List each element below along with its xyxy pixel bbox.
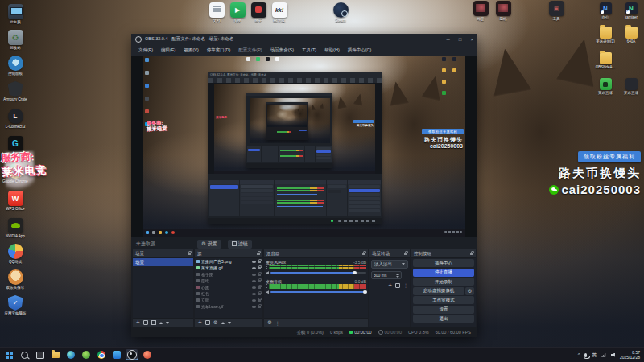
transitions-dock-header[interactable]: 场景转场 [369,249,410,258]
volume-slider[interactable] [270,272,366,274]
desktop-icon-recycle-bin[interactable]: ♻回收站 [2,30,29,50]
source-row[interactable]: 壁纸 [195,278,262,284]
source-row[interactable]: 格子图 [195,271,262,278]
maximize-button[interactable]: □ [459,37,462,42]
source-filters-button[interactable]: 滤镜 [228,240,252,249]
desktop-icon-folder-3[interactable]: OBSNdeA... [594,52,617,69]
visibility-eye-icon[interactable] [252,299,256,302]
remove-scene-button[interactable] [143,320,148,325]
scene-filters-button[interactable] [151,320,156,325]
speaker-icon[interactable] [266,290,269,294]
desktop-icon-control-panel[interactable]: 控制面板 [2,56,29,76]
visibility-eye-icon[interactable] [252,267,256,269]
start-button[interactable] [3,349,15,360]
source-row[interactable]: 莱米直播.gif [195,265,262,271]
move-source-down-button[interactable] [228,322,231,324]
source-row[interactable]: 立牌 [195,297,262,303]
minimize-button[interactable]: ─ [447,37,450,42]
plugin-center-button[interactable]: 插件中心 [413,259,474,267]
lock-icon[interactable] [258,274,261,276]
exit-button[interactable]: 退出 [413,315,474,323]
desktop-icon-pc-manager[interactable]: ✓应用宝电脑版 [2,295,29,315]
desktop-icon-armoury-crate[interactable]: Armoury Crate [2,81,29,101]
virtual-camera-settings-button[interactable]: ⚙ [465,287,474,295]
desktop-icon-folder-2[interactable]: 640A [620,27,642,43]
source-row[interactable]: 红包 [195,290,262,297]
microphone-icon[interactable] [584,353,587,357]
source-row[interactable]: 直播间广告5.png [195,258,262,265]
visibility-eye-icon[interactable] [252,286,256,289]
add-source-button[interactable]: + [198,320,202,325]
chrome-button[interactable] [95,349,107,360]
visibility-eye-icon[interactable] [252,261,256,263]
menu-plugin-center[interactable]: 插件中心(C) [344,47,376,53]
start-recording-button[interactable]: 开始录制 [413,278,474,286]
source-settings-button[interactable]: ⚙设置 [197,240,221,249]
menu-file[interactable]: 文件(F) [134,47,157,53]
blue-app-button[interactable] [110,349,122,360]
remove-transition-button[interactable] [395,283,400,288]
slider-knob[interactable] [353,271,356,274]
visibility-eye-icon[interactable] [252,274,256,276]
menu-profile[interactable]: 配置文件(P) [234,47,266,53]
taskbar-search-button[interactable] [19,349,31,360]
visibility-eye-icon[interactable] [252,293,256,295]
desktop-icon-qq-game[interactable]: QQ游戏 [2,244,29,264]
network-icon[interactable] [601,353,606,357]
tray-expand-icon[interactable]: ^ [578,352,580,357]
transition-select[interactable]: 淡入淡出 [371,260,408,269]
move-scene-down-button[interactable] [166,322,169,324]
volume-slider[interactable] [270,291,366,293]
menu-help[interactable]: 帮助(H) [320,47,344,53]
green-app-button[interactable] [80,349,92,360]
add-transition-button[interactable]: + [388,283,392,288]
desktop-icon-tool[interactable]: ▣工具 [543,1,570,21]
drag-handle-icon[interactable] [266,284,267,289]
input-language[interactable]: 英 [592,352,597,358]
menu-view[interactable]: 视图(V) [180,47,202,53]
desktop-icon-folder-1[interactable]: 莱米录制(1) [594,27,617,43]
taskbar-clock[interactable]: 8:57 2025/12/28 [620,350,640,360]
desktop-icon-wallpaper-app[interactable]: 壁纸 [489,1,517,21]
scenes-dock-header[interactable]: 场景 [133,249,193,258]
lock-icon[interactable] [258,261,261,263]
desktop-icon-avatar-shop[interactable]: 欢乐头像店 [2,269,29,290]
menu-edit[interactable]: 编辑(E) [157,47,180,53]
move-source-up-button[interactable] [221,322,225,324]
desktop-icon-l-connect[interactable]: LL-Connect 3 [2,109,29,129]
obs-preview[interactable]: 服务商: 莱米电竞 领取粉丝专属福利 路夫币换馒头 cai20250003 OB… [131,56,477,237]
volume-icon[interactable] [611,353,615,357]
desktop-icon-laimi-live-2[interactable]: 莱米直播 [620,78,642,95]
slider-knob[interactable] [363,290,366,294]
lock-icon[interactable] [258,293,261,295]
add-scene-button[interactable]: + [136,320,140,325]
desktop-icon-kk[interactable]: kk!kk!对战 [266,2,293,23]
mixer-menu-icon[interactable]: ⋮ [275,320,280,326]
red-app-button[interactable] [141,349,153,360]
desktop-icon-app-n2[interactable]: Nkamiaer [620,2,642,19]
menu-docks[interactable]: 停靠窗口(D) [203,47,235,53]
desktop-icon-app-n1[interactable]: N办公 [594,2,617,19]
desktop-icon-steam[interactable]: Steam [327,2,354,23]
file-explorer-button[interactable] [49,349,61,360]
settings-button[interactable]: 设置 [413,306,474,314]
visibility-eye-icon[interactable] [252,306,256,308]
speaker-icon[interactable] [266,271,269,274]
desktop-icon-laimi-live[interactable]: 莱米直播 [594,78,617,95]
visibility-eye-icon[interactable] [252,280,256,282]
source-row[interactable]: 心跳 [195,284,262,290]
studio-mode-button[interactable]: 工作室模式 [413,296,474,304]
transition-menu-icon[interactable]: ⋮ [403,282,408,288]
menu-scene-collection[interactable]: 场景集合(S) [266,47,298,53]
obs-titlebar[interactable]: OBS 32.0.4 - 配置文件: 未命名 - 场景: 未命名 ─ □ × [131,34,477,44]
obs-taskbar-button[interactable] [126,349,138,360]
drag-handle-icon[interactable] [266,265,267,269]
lock-icon[interactable] [258,299,261,302]
menu-tools[interactable]: 工具(T) [298,47,320,53]
source-properties-button[interactable]: ⚙ [213,320,218,325]
lock-icon[interactable] [258,280,261,282]
lock-icon[interactable] [258,267,261,269]
transition-duration-field[interactable]: 300 ms [371,271,402,279]
edge-button[interactable] [64,349,76,360]
task-view-button[interactable] [34,349,46,360]
